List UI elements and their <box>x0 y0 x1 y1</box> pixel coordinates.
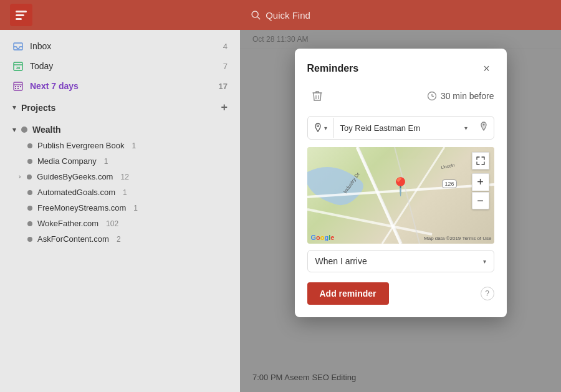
project-count: 1 <box>132 141 136 150</box>
location-name-chevron: ▾ <box>464 125 467 131</box>
today-label: Today <box>30 61 53 71</box>
pin-icon <box>480 122 487 131</box>
project-name: FreeMoneyStreams.com <box>37 203 126 213</box>
list-item[interactable]: AutomatedGoals.com 1 <box>0 184 240 200</box>
wealth-expand-icon: ▾ <box>12 126 16 134</box>
expand-icon: › <box>19 173 21 180</box>
project-count: 1 <box>133 204 138 213</box>
project-name: Media Company <box>37 156 97 166</box>
project-dot <box>27 174 32 179</box>
modal-title: Reminders <box>307 63 359 74</box>
project-count: 1 <box>104 157 108 166</box>
quick-find-search[interactable]: Quick Find <box>251 10 310 21</box>
chevron-icon: ▾ <box>12 103 16 112</box>
map-route-badge: 126 <box>442 179 456 188</box>
project-dot <box>27 159 32 164</box>
location-name-display[interactable]: Toy Reid Eastman Em ▾ <box>334 118 474 138</box>
svg-line-1 <box>257 17 260 19</box>
project-count: 102 <box>106 219 118 228</box>
map-zoom-out-button[interactable]: − <box>472 192 489 209</box>
main-content: Oct 28 11:30 AM 7:00 PM Aseem SEO Editin… <box>240 30 561 392</box>
map-expand-button[interactable] <box>472 152 489 170</box>
location-type-button[interactable]: ▾ <box>308 118 334 138</box>
list-item[interactable]: Media Company 1 <box>0 153 240 169</box>
project-name: Publish Evergreen Book <box>37 141 124 150</box>
inbox-label: Inbox <box>30 41 51 51</box>
search-icon <box>251 10 261 20</box>
svg-rect-7 <box>15 86 16 87</box>
svg-point-0 <box>252 11 258 17</box>
wealth-dot <box>21 127 27 133</box>
next7-icon <box>12 80 24 92</box>
project-name: AskForContent.com <box>37 234 109 244</box>
map-controls: + − <box>472 152 489 209</box>
svg-text:Lincoln: Lincoln <box>440 163 454 170</box>
svg-rect-10 <box>15 88 16 89</box>
list-item[interactable]: › GuidesByGeeks.com 12 <box>0 169 240 184</box>
location-type-chevron: ▾ <box>324 125 327 131</box>
google-logo: Google <box>311 234 335 241</box>
project-name: AutomatedGoals.com <box>37 188 115 197</box>
map-location-pin: 📍 <box>390 178 411 196</box>
svg-rect-8 <box>17 86 19 87</box>
modal-footer: Add reminder ? <box>307 282 494 305</box>
sidebar: Inbox 4 30 Today 7 <box>0 30 240 392</box>
arrive-chevron-icon: ▾ <box>483 258 486 265</box>
next7-count: 17 <box>219 82 228 91</box>
svg-rect-11 <box>17 88 19 89</box>
trash-icon <box>312 90 322 102</box>
add-project-button[interactable]: + <box>221 101 228 114</box>
project-dot <box>27 143 32 148</box>
svg-rect-9 <box>20 86 21 87</box>
modal-close-button[interactable]: × <box>479 61 494 76</box>
project-count: 1 <box>123 188 127 197</box>
project-count: 12 <box>120 173 128 181</box>
location-pin-icon <box>314 123 322 133</box>
map-display: Industry Dr Lincoln 📍 126 Google <box>307 147 494 244</box>
project-name: GuidesByGeeks.com <box>37 172 113 181</box>
svg-text:30: 30 <box>16 66 21 70</box>
svg-point-17 <box>317 125 319 127</box>
project-count: 2 <box>117 235 121 244</box>
reminder-row: 30 min before <box>307 86 494 106</box>
time-reminder-label: 30 min before <box>441 91 494 101</box>
help-button[interactable]: ? <box>481 287 494 300</box>
today-count: 7 <box>223 62 228 71</box>
arrive-label: When I arrive <box>315 256 367 266</box>
project-name: WokeFather.com <box>37 219 98 228</box>
sidebar-item-today[interactable]: 30 Today 7 <box>0 56 240 76</box>
reminders-modal: Reminders × <box>295 49 507 317</box>
wealth-group-header[interactable]: ▾ Wealth <box>0 122 240 138</box>
list-item[interactable]: FreeMoneyStreams.com 1 <box>0 200 240 216</box>
map-container: Industry Dr Lincoln 📍 126 Google <box>307 147 494 244</box>
inbox-icon <box>12 41 24 52</box>
clock-icon <box>427 91 437 101</box>
delete-reminder-button[interactable] <box>307 86 327 106</box>
list-item[interactable]: WokeFather.com 102 <box>0 216 240 231</box>
arrive-dropdown[interactable]: When I arrive ▾ <box>307 250 494 272</box>
location-pin-right-button[interactable] <box>474 117 494 139</box>
location-name-text: Toy Reid Eastman Em <box>340 123 421 133</box>
time-reminder[interactable]: 30 min before <box>427 91 494 101</box>
expand-icon <box>476 156 485 165</box>
list-item[interactable]: Publish Evergreen Book 1 <box>0 138 240 153</box>
project-dot <box>27 221 32 226</box>
app-logo[interactable] <box>10 4 32 26</box>
search-label: Quick Find <box>266 10 310 21</box>
wealth-label: Wealth <box>32 125 61 135</box>
projects-section-header[interactable]: ▾ Projects + <box>0 96 240 119</box>
inbox-count: 4 <box>223 42 228 51</box>
sidebar-item-inbox[interactable]: Inbox 4 <box>0 36 240 56</box>
list-item[interactable]: AskForContent.com 2 <box>0 231 240 247</box>
projects-label: Projects <box>21 103 55 113</box>
map-zoom-in-button[interactable]: + <box>472 173 489 191</box>
location-selector[interactable]: ▾ Toy Reid Eastman Em ▾ <box>307 116 494 140</box>
topbar: Quick Find <box>0 0 561 30</box>
add-reminder-button[interactable]: Add reminder <box>307 282 389 305</box>
modal-overlay: Reminders × <box>240 30 561 392</box>
map-data-label: Map data ©2019 Terms of Use <box>424 236 491 241</box>
project-dot <box>27 190 32 195</box>
project-dot <box>27 206 32 211</box>
today-icon: 30 <box>12 60 24 72</box>
sidebar-item-next7[interactable]: Next 7 days 17 <box>0 76 240 96</box>
